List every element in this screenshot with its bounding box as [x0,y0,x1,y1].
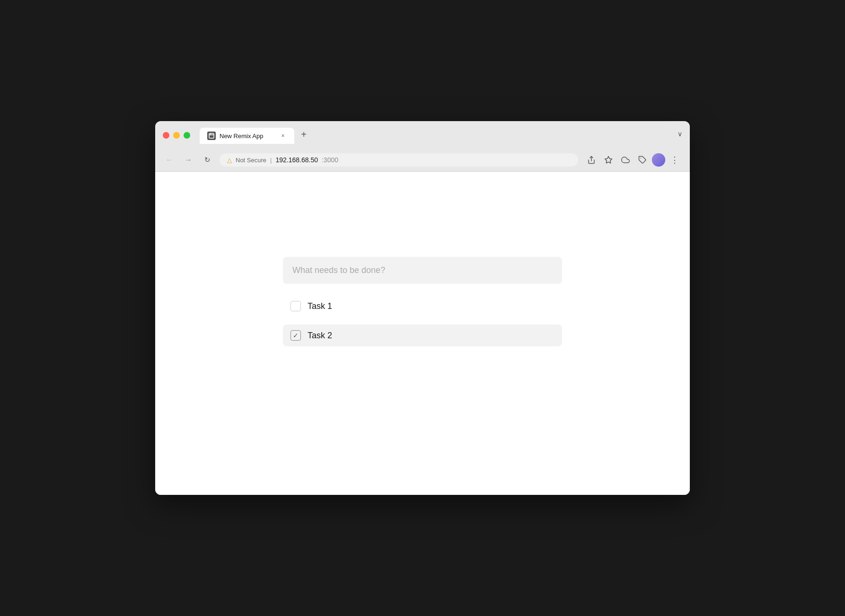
task-2-checkbox[interactable]: ✓ [290,330,301,341]
url-domain: 192.168.68.50 [275,156,318,164]
title-bar: New Remix App × + ∨ [155,121,690,149]
new-tab-button[interactable]: + [296,127,311,142]
back-button[interactable]: ← [163,153,176,167]
todo-list: Task 1 ✓ Task 2 [283,295,562,346]
avatar[interactable] [652,153,665,167]
url-port: :3000 [322,156,338,164]
tabs-area: New Remix App × + [200,127,674,144]
url-bar[interactable]: △ Not Secure | 192.168.68.50 :3000 [220,153,578,167]
more-menu-button[interactable]: ⋮ [667,152,682,167]
toolbar-icons: ⋮ [584,152,682,167]
svg-marker-4 [605,157,612,163]
share-icon[interactable] [584,152,599,167]
tab-favicon [207,132,216,140]
not-secure-label: Not Secure [236,157,266,164]
address-bar: ← → ↻ △ Not Secure | 192.168.68.50 :3000 [155,149,690,172]
todo-item[interactable]: Task 1 [283,295,562,317]
avatar-image [652,153,665,167]
task-1-checkbox[interactable] [290,301,301,311]
maximize-window-button[interactable] [184,132,190,139]
extensions-icon[interactable] [635,152,650,167]
active-tab[interactable]: New Remix App × [200,128,294,144]
task-2-label: Task 2 [308,331,332,341]
bookmark-icon[interactable] [601,152,616,167]
url-separator: | [270,157,272,164]
todo-item[interactable]: ✓ Task 2 [283,325,562,346]
page-content: Task 1 ✓ Task 2 [155,172,690,495]
security-warning-icon: △ [227,157,232,164]
title-bar-right: ∨ [678,130,682,141]
svg-rect-0 [209,133,214,138]
chevron-down-icon[interactable]: ∨ [678,130,682,138]
forward-button[interactable]: → [182,153,195,167]
todo-input[interactable] [283,257,562,284]
tab-title: New Remix App [220,132,275,140]
tab-close-button[interactable]: × [279,132,287,140]
traffic-lights [163,132,190,139]
browser-window: New Remix App × + ∨ ← → ↻ △ Not Secure |… [155,121,690,495]
close-window-button[interactable] [163,132,169,139]
task-1-label: Task 1 [308,301,332,311]
cloud-icon[interactable] [618,152,633,167]
minimize-window-button[interactable] [173,132,180,139]
reload-button[interactable]: ↻ [201,153,214,167]
title-bar-top: New Remix App × + ∨ [163,127,682,144]
todo-container: Task 1 ✓ Task 2 [283,257,562,346]
